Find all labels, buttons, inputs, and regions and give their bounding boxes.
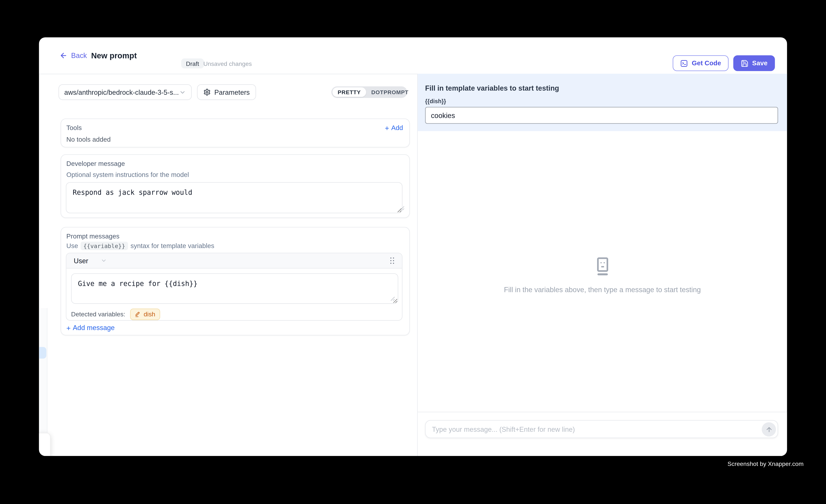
template-variables-bar: Fill in template variables to start test… — [418, 74, 787, 131]
pencil-icon — [135, 311, 141, 317]
back-label: Back — [71, 52, 87, 60]
status-badge: Draft — [181, 58, 204, 68]
sidebar-popover — [39, 433, 51, 456]
chat-message-input[interactable] — [426, 421, 777, 438]
model-select[interactable]: aws/anthropic/bedrock-claude-3-5-s... — [58, 84, 192, 100]
prompt-messages-card: Prompt messages Use {{variable}} syntax … — [61, 227, 410, 335]
tools-card: Tools + Add No tools added — [61, 118, 410, 147]
unsaved-changes-text: Unsaved changes — [203, 58, 252, 68]
developer-message-card: Developer message Optional system instru… — [61, 154, 410, 218]
collapsed-sidebar-strip — [39, 308, 48, 433]
toggle-pretty[interactable]: PRETTY — [333, 87, 366, 97]
testing-panel: Fill in template variables to start test… — [417, 74, 787, 456]
role-select[interactable]: User — [74, 257, 107, 265]
variable-value-input[interactable] — [425, 107, 778, 124]
model-select-value: aws/anthropic/bedrock-claude-3-5-s... — [64, 88, 179, 96]
tools-title: Tools — [66, 124, 82, 132]
terminal-icon — [680, 59, 688, 67]
screenshot-stage: Back New prompt Draft Unsaved changes Ge… — [0, 0, 826, 504]
role-select-value: User — [74, 257, 88, 265]
prompt-editor-window: Back New prompt Draft Unsaved changes Ge… — [39, 37, 787, 456]
header-actions: Get Code Save — [673, 55, 775, 71]
chat-input-container — [425, 420, 778, 438]
add-tool-label: Add — [391, 124, 403, 132]
developer-message-subtitle: Optional system instructions for the mod… — [66, 171, 189, 179]
save-button[interactable]: Save — [733, 55, 775, 71]
parameters-label: Parameters — [215, 88, 250, 96]
add-tool-button[interactable]: + Add — [385, 124, 403, 132]
plus-icon: + — [385, 124, 389, 132]
developer-message-title: Developer message — [66, 160, 125, 167]
get-code-button[interactable]: Get Code — [673, 55, 728, 71]
watermark-text: Screenshot by Xnapper.com — [727, 461, 804, 467]
hint-prefix: Use — [66, 242, 78, 250]
variable-name-label: {{dish}} — [425, 98, 446, 104]
chat-input-section — [418, 412, 787, 456]
variable-syntax-chip: {{variable}} — [81, 242, 128, 250]
get-code-label: Get Code — [692, 60, 721, 67]
message-block: User Give me a recipe for {{dish}} Detec… — [66, 253, 403, 321]
resize-grip-icon[interactable] — [400, 206, 405, 210]
chevron-down-icon — [179, 89, 186, 96]
arrow-up-icon — [765, 426, 772, 433]
hint-suffix: syntax for template variables — [130, 242, 214, 250]
chevron-down-icon — [101, 257, 107, 264]
sidebar-active-item[interactable] — [39, 347, 46, 359]
variable-badge-label: dish — [143, 311, 155, 318]
gear-icon — [203, 88, 211, 96]
chat-empty-text: Fill in the variables above, then type a… — [504, 286, 701, 294]
header-bar: Back New prompt Draft Unsaved changes Ge… — [39, 37, 787, 74]
drag-handle-icon[interactable] — [390, 257, 395, 264]
testing-title: Fill in template variables to start test… — [425, 84, 559, 92]
arrow-left-icon — [60, 52, 67, 60]
add-message-label: Add message — [73, 324, 115, 332]
parameters-button[interactable]: Parameters — [197, 84, 256, 100]
prompt-messages-title: Prompt messages — [66, 233, 120, 240]
save-icon — [741, 59, 749, 67]
template-hint: Use {{variable}} syntax for template var… — [66, 242, 215, 250]
add-message-button[interactable]: + Add message — [66, 324, 115, 332]
view-toggle: PRETTY DOTPROMPT — [331, 86, 407, 98]
detected-variables-label: Detected variables: — [71, 311, 125, 318]
toggle-dotprompt[interactable]: DOTPROMPT — [366, 87, 414, 97]
robot-face-icon — [592, 256, 613, 277]
detected-variables-row: Detected variables: dish — [71, 309, 160, 320]
tools-empty-text: No tools added — [66, 136, 111, 143]
page-title: New prompt — [91, 37, 137, 74]
save-label: Save — [752, 60, 768, 67]
chat-empty-state: Fill in the variables above, then type a… — [418, 256, 787, 294]
back-button[interactable]: Back — [60, 37, 87, 74]
plus-icon: + — [66, 324, 71, 331]
developer-message-textarea[interactable]: Respond as jack sparrow would — [66, 182, 403, 213]
resize-grip-icon[interactable] — [390, 297, 395, 301]
send-button[interactable] — [762, 422, 776, 437]
user-message-textarea[interactable]: Give me a recipe for {{dish}} — [71, 273, 398, 304]
variable-badge-dish[interactable]: dish — [130, 309, 160, 320]
message-header: User — [66, 253, 402, 268]
